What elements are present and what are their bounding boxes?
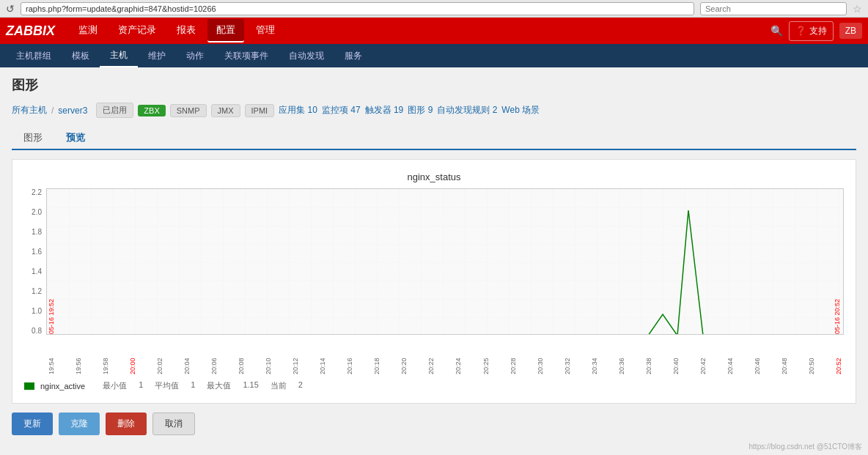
filter-enabled[interactable]: 已启用 [96,103,133,118]
chart-grid: 05-16 19:52 05-16 20:52 [46,188,844,335]
sec-nav-hostgroups[interactable]: 主机群组 [6,45,62,67]
legend-color [24,382,34,390]
url-bar[interactable] [21,2,694,15]
x-axis-labels: 19:54 19:56 19:58 20:00 20:02 20:04 20:0… [46,338,844,374]
filter-graphs[interactable]: 图形 9 [408,104,433,116]
nav-config[interactable]: 配置 [207,19,244,42]
nav-admin[interactable]: 管理 [247,19,284,42]
svg-rect-0 [47,189,843,334]
top-nav-right: 🔍 ❓ 支持 ZB [770,21,862,41]
browser-bar: ↺ ☆ [0,0,868,18]
update-button[interactable]: 更新 [12,413,53,435]
search-input[interactable] [700,2,847,15]
tabs-row: 图形 预览 [12,127,856,150]
tab-graph[interactable]: 图形 [12,127,54,150]
top-nav-items: 监测 资产记录 报表 配置 管理 [70,19,770,42]
filter-jmx[interactable]: JMX [211,104,240,117]
top-nav: ZABBIX 监测 资产记录 报表 配置 管理 🔍 ❓ 支持 ZB [0,18,868,44]
star-button[interactable]: ☆ [853,3,862,15]
page-content: 图形 所有主机 / server3 已启用 ZBX SNMP JMX IPMI … [0,67,868,444]
date-right: 05-16 20:52 [834,299,842,334]
user-button[interactable]: ZB [839,23,862,39]
filter-web[interactable]: Web 场景 [501,104,540,116]
nav-assets[interactable]: 资产记录 [109,19,165,42]
page-title: 图形 [12,76,856,94]
breadcrumb-sep-1: / [51,106,54,116]
reload-button[interactable]: ↺ [6,3,15,15]
sec-nav-hosts[interactable]: 主机 [100,45,138,67]
filter-app[interactable]: 应用集 10 [279,104,317,116]
delete-button[interactable]: 删除 [106,413,147,435]
legend-area: nginx_active 最小值 1 平均值 1 最大值 1.15 当前 2 [24,380,844,391]
chart-area: 2.2 2.0 1.8 1.6 1.4 1.2 1.0 0.8 [24,188,844,374]
chart-svg [47,189,843,334]
filter-ipmi[interactable]: IPMI [245,104,275,117]
breadcrumb: 所有主机 / server3 已启用 ZBX SNMP JMX IPMI 应用集… [12,103,856,118]
filter-triggers[interactable]: 触发器 19 [365,104,404,116]
chart-body: 05-16 19:52 05-16 20:52 19:54 19:56 19:5… [46,188,844,374]
sec-nav: 主机群组 模板 主机 维护 动作 关联项事件 自动发现 服务 [0,44,868,67]
y-axis: 2.2 2.0 1.8 1.6 1.4 1.2 1.0 0.8 [24,188,46,335]
sec-nav-templates[interactable]: 模板 [62,45,100,67]
support-button[interactable]: ❓ 支持 [789,21,833,41]
sec-nav-actions[interactable]: 动作 [176,45,214,67]
date-left: 05-16 19:52 [48,299,56,334]
nav-monitoring[interactable]: 监测 [70,19,106,42]
support-icon: ❓ [795,26,806,36]
breadcrumb-all-hosts[interactable]: 所有主机 [12,104,47,116]
logo: ZABBIX [6,23,55,39]
nav-reports[interactable]: 报表 [168,19,205,42]
legend-stats: 最小值 1 平均值 1 最大值 1.15 当前 2 [103,380,303,391]
search-icon[interactable]: 🔍 [770,25,783,37]
filter-snmp[interactable]: SNMP [170,104,207,117]
sec-nav-services[interactable]: 服务 [334,45,372,67]
legend-label: nginx_active [40,382,85,391]
chart-title: nginx_status [24,171,844,182]
filter-zbx[interactable]: ZBX [138,105,165,116]
clone-button[interactable]: 克隆 [59,413,100,435]
filter-discovery[interactable]: 自动发现规则 2 [437,104,497,116]
filter-items[interactable]: 监控项 47 [322,104,361,116]
tab-preview[interactable]: 预览 [54,127,97,150]
chart-container: nginx_status 2.2 2.0 1.8 1.6 1.4 1.2 1.0… [12,159,856,404]
sec-nav-discovery[interactable]: 自动发现 [279,45,334,67]
cancel-button[interactable]: 取消 [152,413,195,435]
action-buttons: 更新 克隆 删除 取消 [12,413,856,435]
watermark: https://blog.csdn.net @51CTO博客 [749,442,862,444]
sec-nav-correlations[interactable]: 关联项事件 [214,45,279,67]
sec-nav-maintenance[interactable]: 维护 [138,45,176,67]
breadcrumb-server3[interactable]: server3 [58,106,87,116]
